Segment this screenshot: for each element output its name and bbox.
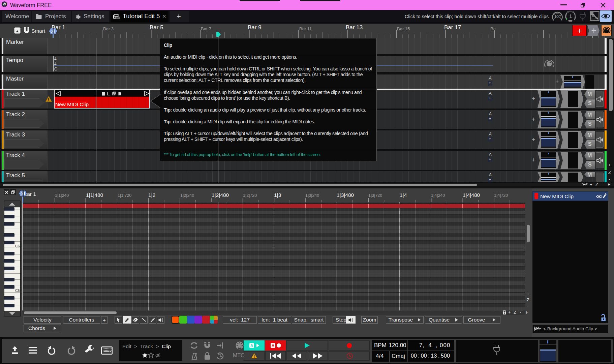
svg-text:0: 0 bbox=[51, 29, 53, 33]
svg-text:1: 1 bbox=[570, 14, 572, 19]
svg-text:+: + bbox=[591, 25, 596, 35]
svg-text:A: A bbox=[250, 343, 253, 348]
svg-text:A: A bbox=[272, 343, 275, 348]
svg-text:100: 100 bbox=[554, 14, 560, 19]
svg-text:0: 0 bbox=[21, 192, 23, 196]
svg-text:W: W bbox=[3, 2, 6, 6]
